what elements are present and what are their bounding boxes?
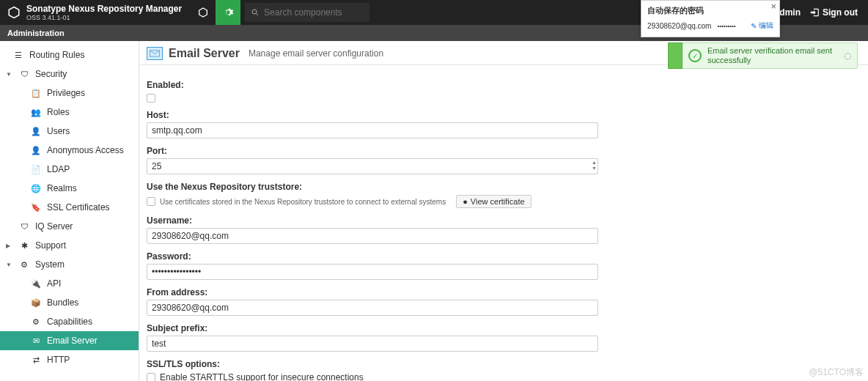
saved-password-mask: ••••••••• [717,23,735,29]
from-input[interactable] [147,300,598,316]
username-input[interactable] [147,228,598,244]
page-title: Email Server [169,47,240,60]
brand-title: Sonatype Nexus Repository Manager [26,4,182,14]
item-icon: 📦 [31,297,41,308]
sidebar-item-email-server[interactable]: ✉Email Server [0,331,139,350]
truststore-checkbox[interactable] [147,197,155,206]
check-icon: ✓ [688,49,702,62]
main-panel: Email Server Manage email server configu… [139,41,868,381]
support-icon: ✱ [19,240,29,251]
sidebar-item-anonymous-access[interactable]: 👤Anonymous Access [0,141,139,160]
svg-marker-0 [9,7,19,18]
sidebar-item-label: HTTP [47,355,70,365]
ssl-label: SSL/TLS options: [147,359,726,369]
item-icon: ⚙ [31,317,41,327]
email-icon [147,47,163,60]
enabled-label: Enabled: [147,80,726,90]
saved-password-account: 29308620@qq.com [647,22,711,30]
item-icon: 🌐 [31,183,41,193]
password-label: Password: [147,251,726,262]
sidebar-item-realms[interactable]: 🌐Realms [0,179,139,198]
item-icon: 📋 [31,88,41,98]
sidebar-item-label: Bundles [47,297,78,308]
port-label: Port: [147,146,726,156]
sidebar-item-bundles[interactable]: 📦Bundles [0,293,139,312]
popover-close-icon[interactable]: × [770,1,776,12]
item-icon: 👤 [31,145,41,155]
sidebar-item-http[interactable]: ⇄HTTP [0,350,139,369]
cube-icon [197,7,209,18]
sidebar-group-security[interactable]: ▼🛡Security [0,64,139,84]
caret-down-icon: ▼ [6,262,12,268]
sign-out-button[interactable]: Sign out [809,7,858,18]
admin-button[interactable] [216,0,240,25]
sidebar-item-label: Anonymous Access [47,145,124,155]
prefix-input[interactable] [147,336,598,352]
prefix-label: Subject prefix: [147,323,726,333]
sidebar-item-iq[interactable]: 🛡IQ Server [0,217,139,236]
search-box[interactable] [245,3,369,22]
username-label: Username: [147,215,726,226]
item-icon: 🔖 [31,202,41,212]
sidebar-item-users[interactable]: 👤Users [0,122,139,141]
sidebar-item-api[interactable]: 🔌API [0,274,139,293]
item-icon: 🔌 [31,278,41,289]
shield-icon: 🛡 [19,69,29,79]
view-certificate-button[interactable]: ●View certificate [456,195,531,208]
svg-line-2 [257,14,259,16]
item-icon: 👥 [31,107,41,117]
sidebar-item-label: API [47,278,61,289]
truststore-label: Use the Nexus Repository truststore: [147,182,726,192]
search-icon [251,8,260,17]
truststore-hint: Use certificates stored in the Nexus Rep… [160,198,446,206]
sidebar-item-capabilities[interactable]: ⚙Capabilities [0,312,139,331]
item-icon: ⇄ [31,355,41,365]
ssl-option-label: Enable STARTTLS support for insecure con… [160,372,364,381]
password-input[interactable] [147,264,598,280]
sidebar-item-ssl-certificates[interactable]: 🔖SSL Certificates [0,198,139,217]
port-stepper[interactable]: ▲▼ [592,160,597,171]
brand-version: OSS 3.41.1-01 [26,14,182,21]
sidebar-item-label: Users [47,126,70,136]
item-icon: 📄 [31,164,41,174]
ssl-checkbox-0[interactable] [147,373,155,381]
toast-success: ✓ Email server verification email sentsu… [682,42,858,69]
from-label: From address: [147,287,726,297]
sidebar-item-label: Email Server [47,336,98,346]
sidebar-item-ldap[interactable]: 📄LDAP [0,160,139,179]
toast-close-icon[interactable]: ◌ [844,51,851,61]
sidebar-item-label: LDAP [47,164,70,174]
logo-icon [7,6,21,19]
gear-icon: ⚙ [19,259,29,270]
host-label: Host: [147,110,726,120]
pencil-icon: ✎ [751,22,757,30]
host-input[interactable] [147,122,598,138]
sidebar-item-roles[interactable]: 👥Roles [0,103,139,122]
saved-password-edit-button[interactable]: ✎编辑 [751,21,773,31]
sidebar-item-privileges[interactable]: 📋Privileges [0,84,139,103]
shield-icon: 🛡 [19,221,29,232]
sidebar-item-label: Capabilities [47,317,92,327]
sidebar-item-label: Roles [47,107,70,117]
page-subtitle: Manage email server configuration [249,48,383,59]
caret-right-icon: ▶ [6,243,12,249]
svg-point-1 [252,10,257,14]
sidebar-item-routing[interactable]: ☰Routing Rules [0,45,139,64]
browse-button[interactable] [191,0,216,25]
routing-icon: ☰ [13,50,23,60]
caret-down-icon: ▼ [6,71,12,78]
email-form: Enabled: Host: Port: ▲▼ Use the Nexus Re… [139,65,740,381]
sidebar-group-system[interactable]: ▼⚙System [0,255,139,274]
sidebar-item-label: Realms [47,183,77,193]
search-input[interactable] [264,7,359,18]
port-input[interactable] [147,158,598,174]
signout-icon [809,7,820,18]
sidebar: ☰Routing Rules ▼🛡Security 📋Privileges👥Ro… [0,41,139,381]
saved-password-title: 自动保存的密码 [647,5,773,16]
item-icon: ✉ [31,336,41,346]
sidebar-group-support[interactable]: ▶✱Support [0,236,139,255]
enabled-checkbox[interactable] [147,94,155,103]
sidebar-item-label: Privileges [47,88,85,98]
saved-password-popover: × 自动保存的密码 29308620@qq.com ••••••••• ✎编辑 [641,0,780,37]
cert-icon: ● [463,197,468,206]
